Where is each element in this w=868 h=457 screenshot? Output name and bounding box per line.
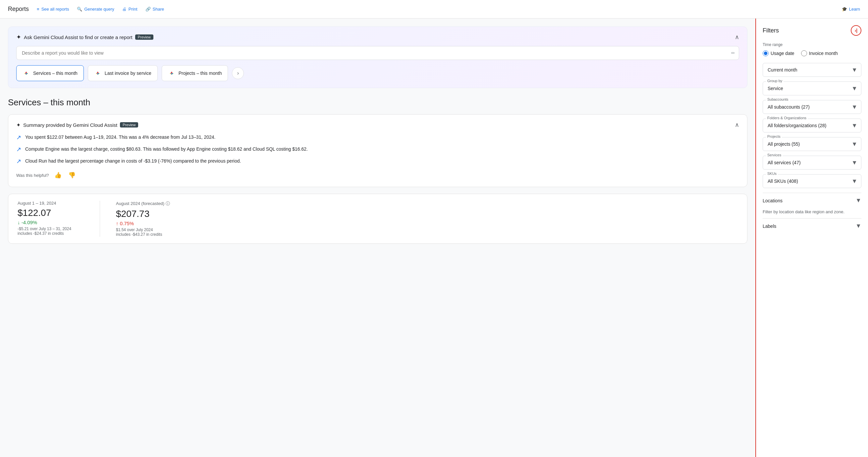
invoice-month-radio[interactable] xyxy=(801,50,807,56)
stat-block-left: August 1 – 19, 2024 $122.07 ↓ -4.09% -$5… xyxy=(18,201,84,236)
labels-collapsible[interactable]: Labels ▼ xyxy=(763,218,861,233)
projects-dropdown-wrap: Projects All projects (55) ▼ xyxy=(763,137,861,151)
summary-card-title: ✦ Summary provided by Gemini Cloud Assis… xyxy=(16,122,138,128)
trend-icon-1: ↗ xyxy=(16,134,21,141)
quick-reports-row: Services – this month Last invoice by se… xyxy=(16,65,739,81)
skus-dropdown[interactable]: All SKUs (408) xyxy=(763,174,861,188)
main-layout: ✦ Ask Gemini Cloud Assist to find or cre… xyxy=(0,19,868,457)
thumbs-up-button[interactable]: 👍 xyxy=(53,170,63,180)
time-range-section: Time range Usage date Invoice month xyxy=(763,42,861,56)
gemini-banner-header: ✦ Ask Gemini Cloud Assist to find or cre… xyxy=(16,33,739,41)
filters-title: Filters xyxy=(763,27,779,34)
trend-icon-2: ↗ xyxy=(16,146,21,153)
search-icon: 🔍 xyxy=(77,7,82,11)
chevron-down-icon-8: ▼ xyxy=(856,197,861,204)
usage-date-radio[interactable] xyxy=(763,50,769,56)
current-month-dropdown[interactable]: Current month Last month Last 3 months L… xyxy=(763,63,861,77)
print-icon: 🖨 xyxy=(122,7,127,11)
nav-title: Reports xyxy=(8,6,29,12)
gcp-logo-icon-3 xyxy=(168,69,175,77)
services-dropdown-wrap: Services All services (47) ▼ xyxy=(763,156,861,169)
chevron-down-icon-9: ▼ xyxy=(856,223,861,229)
gemini-input-wrap: ✏ xyxy=(16,46,739,60)
folders-orgs-dropdown[interactable]: All folders/organizations (28) xyxy=(763,119,861,132)
share-icon: 🔗 xyxy=(146,7,151,11)
group-by-dropdown[interactable]: Service Project SKU Location xyxy=(763,81,861,95)
gemini-search-input[interactable] xyxy=(16,46,739,60)
invoice-month-radio-label[interactable]: Invoice month xyxy=(801,50,838,56)
summary-item-2: ↗ Compute Engine was the largest charge,… xyxy=(16,146,739,153)
summary-card: ✦ Summary provided by Gemini Cloud Assis… xyxy=(8,114,747,187)
group-by-dropdown-wrap: Group by Service Project SKU Location ▼ xyxy=(763,81,861,95)
time-range-radio-group: Usage date Invoice month xyxy=(763,50,861,56)
collapse-filters-button[interactable]: ›| xyxy=(851,25,861,36)
learn-icon: 🎓 xyxy=(842,7,847,11)
stat-change-down: ↓ -4.09% xyxy=(18,220,84,225)
page-title: Services – this month xyxy=(8,97,747,108)
trend-icon-3: ↗ xyxy=(16,158,21,165)
next-reports-button[interactable]: › xyxy=(232,67,244,79)
summary-preview-badge: Preview xyxy=(120,122,138,128)
stat-block-right: August 2024 (forecasted) ⓘ $207.73 ↑ 0.7… xyxy=(116,201,182,237)
usage-date-radio-label[interactable]: Usage date xyxy=(763,50,795,56)
folders-orgs-dropdown-wrap: Folders & Organizations All folders/orga… xyxy=(763,119,861,132)
stat-divider xyxy=(100,201,100,237)
skus-dropdown-wrap: SKUs All SKUs (408) ▼ xyxy=(763,174,861,188)
filters-header: Filters ›| xyxy=(763,25,861,36)
gemini-sparkle-icon: ✦ xyxy=(16,33,21,41)
gemini-banner: ✦ Ask Gemini Cloud Assist to find or cre… xyxy=(8,27,747,88)
list-icon: ≡ xyxy=(37,7,39,11)
collapse-gemini-button[interactable]: ∧ xyxy=(735,33,739,41)
gemini-banner-title: ✦ Ask Gemini Cloud Assist to find or cre… xyxy=(16,33,153,41)
generate-query-link[interactable]: 🔍 Generate query xyxy=(77,7,114,11)
summary-card-header: ✦ Summary provided by Gemini Cloud Assis… xyxy=(16,121,739,129)
summary-item-1: ↗ You spent $122.07 between Aug 1–19, 20… xyxy=(16,134,739,141)
services-this-month-button[interactable]: Services – this month xyxy=(16,65,84,81)
top-nav: Reports ≡ See all reports 🔍 Generate que… xyxy=(0,0,868,19)
helpful-row: Was this helpful? 👍 👎 xyxy=(16,170,739,180)
gcp-logo-icon xyxy=(23,69,30,77)
locations-collapsible[interactable]: Locations ▼ xyxy=(763,193,861,208)
gemini-sparkle-icon-2: ✦ xyxy=(16,122,21,128)
filters-panel: Filters ›| Time range Usage date Invoice… xyxy=(755,19,868,457)
stat-change-up: ↑ 0.75% xyxy=(116,221,182,226)
projects-this-month-button[interactable]: Projects – this month xyxy=(162,65,228,81)
share-link[interactable]: 🔗 Share xyxy=(146,7,164,11)
subaccounts-dropdown-wrap: Subaccounts All subaccounts (27) ▼ xyxy=(763,100,861,114)
see-all-reports-link[interactable]: ≡ See all reports xyxy=(37,7,69,11)
print-link[interactable]: 🖨 Print xyxy=(122,7,137,11)
locations-description: Filter by location data like region and … xyxy=(763,208,861,218)
subaccounts-dropdown[interactable]: All subaccounts (27) xyxy=(763,100,861,114)
current-month-dropdown-wrap: Current month Last month Last 3 months L… xyxy=(763,63,861,77)
projects-dropdown[interactable]: All projects (55) xyxy=(763,137,861,151)
edit-icon: ✏ xyxy=(731,50,735,56)
main-content: ✦ Ask Gemini Cloud Assist to find or cre… xyxy=(0,19,755,457)
preview-badge: Preview xyxy=(135,34,153,40)
stats-row: August 1 – 19, 2024 $122.07 ↓ -4.09% -$5… xyxy=(8,194,747,244)
gcp-logo-icon-2 xyxy=(94,69,101,77)
thumbs-down-button[interactable]: 👎 xyxy=(67,170,77,180)
collapse-summary-button[interactable]: ∧ xyxy=(735,121,739,129)
last-invoice-by-service-button[interactable]: Last invoice by service xyxy=(88,65,158,81)
summary-item-3: ↗ Cloud Run had the largest percentage c… xyxy=(16,158,739,165)
learn-link[interactable]: 🎓 Learn xyxy=(842,7,860,11)
services-dropdown[interactable]: All services (47) xyxy=(763,156,861,169)
